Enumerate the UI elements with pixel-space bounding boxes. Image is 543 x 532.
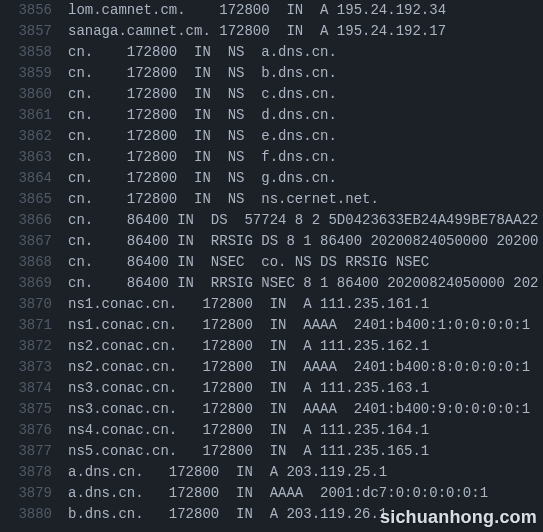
code-line: 3865cn. 172800 IN NS ns.cernet.net. [0, 189, 543, 210]
code-line: 3863cn. 172800 IN NS f.dns.cn. [0, 147, 543, 168]
code-line: 3862cn. 172800 IN NS e.dns.cn. [0, 126, 543, 147]
line-number: 3877 [0, 441, 68, 462]
line-number: 3875 [0, 399, 68, 420]
line-number: 3879 [0, 483, 68, 504]
code-line: 3858cn. 172800 IN NS a.dns.cn. [0, 42, 543, 63]
code-line: 3864cn. 172800 IN NS g.dns.cn. [0, 168, 543, 189]
line-number: 3870 [0, 294, 68, 315]
line-number: 3869 [0, 273, 68, 294]
code-line: 3870ns1.conac.cn. 172800 IN A 111.235.16… [0, 294, 543, 315]
code-line: 3866cn. 86400 IN DS 57724 8 2 5D0423633E… [0, 210, 543, 231]
code-line: 3867cn. 86400 IN RRSIG DS 8 1 86400 2020… [0, 231, 543, 252]
line-content: cn. 172800 IN NS c.dns.cn. [68, 84, 337, 105]
code-line: 3878a.dns.cn. 172800 IN A 203.119.25.1 [0, 462, 543, 483]
line-number: 3860 [0, 84, 68, 105]
line-number: 3856 [0, 0, 68, 21]
line-number: 3859 [0, 63, 68, 84]
line-number: 3857 [0, 21, 68, 42]
line-number: 3865 [0, 189, 68, 210]
line-number: 3872 [0, 336, 68, 357]
line-number: 3863 [0, 147, 68, 168]
line-number: 3867 [0, 231, 68, 252]
line-content: ns1.conac.cn. 172800 IN A 111.235.161.1 [68, 294, 429, 315]
line-content: lom.camnet.cm. 172800 IN A 195.24.192.34 [68, 0, 446, 21]
line-content: cn. 172800 IN NS ns.cernet.net. [68, 189, 379, 210]
line-number: 3858 [0, 42, 68, 63]
line-content: ns3.conac.cn. 172800 IN A 111.235.163.1 [68, 378, 429, 399]
code-line: 3872ns2.conac.cn. 172800 IN A 111.235.16… [0, 336, 543, 357]
line-content: ns2.conac.cn. 172800 IN AAAA 2401:b400:8… [68, 357, 530, 378]
line-content: b.dns.cn. 172800 IN A 203.119.26.1 [68, 504, 387, 525]
line-number: 3862 [0, 126, 68, 147]
line-number: 3874 [0, 378, 68, 399]
line-content: a.dns.cn. 172800 IN AAAA 2001:dc7:0:0:0:… [68, 483, 488, 504]
watermark: sichuanhong.com [380, 507, 537, 528]
code-line: 3879a.dns.cn. 172800 IN AAAA 2001:dc7:0:… [0, 483, 543, 504]
line-number: 3861 [0, 105, 68, 126]
line-content: ns3.conac.cn. 172800 IN AAAA 2401:b400:9… [68, 399, 530, 420]
line-content: cn. 172800 IN NS f.dns.cn. [68, 147, 337, 168]
code-line: 3856lom.camnet.cm. 172800 IN A 195.24.19… [0, 0, 543, 21]
line-number: 3868 [0, 252, 68, 273]
line-content: ns2.conac.cn. 172800 IN A 111.235.162.1 [68, 336, 429, 357]
line-content: cn. 172800 IN NS a.dns.cn. [68, 42, 337, 63]
line-number: 3864 [0, 168, 68, 189]
line-content: cn. 86400 IN DS 57724 8 2 5D0423633EB24A… [68, 210, 538, 231]
line-content: ns1.conac.cn. 172800 IN AAAA 2401:b400:1… [68, 315, 530, 336]
code-line: 3861cn. 172800 IN NS d.dns.cn. [0, 105, 543, 126]
code-line: 3857sanaga.camnet.cm. 172800 IN A 195.24… [0, 21, 543, 42]
line-content: cn. 86400 IN NSEC co. NS DS RRSIG NSEC [68, 252, 429, 273]
code-line: 3871ns1.conac.cn. 172800 IN AAAA 2401:b4… [0, 315, 543, 336]
code-line: 3873ns2.conac.cn. 172800 IN AAAA 2401:b4… [0, 357, 543, 378]
line-content: cn. 172800 IN NS b.dns.cn. [68, 63, 337, 84]
line-content: cn. 172800 IN NS e.dns.cn. [68, 126, 337, 147]
line-number: 3878 [0, 462, 68, 483]
line-content: cn. 172800 IN NS d.dns.cn. [68, 105, 337, 126]
code-line: 3868cn. 86400 IN NSEC co. NS DS RRSIG NS… [0, 252, 543, 273]
code-line: 3876ns4.conac.cn. 172800 IN A 111.235.16… [0, 420, 543, 441]
line-content: cn. 86400 IN RRSIG DS 8 1 86400 20200824… [68, 231, 538, 252]
code-line: 3860cn. 172800 IN NS c.dns.cn. [0, 84, 543, 105]
line-content: cn. 172800 IN NS g.dns.cn. [68, 168, 337, 189]
code-block: 3856lom.camnet.cm. 172800 IN A 195.24.19… [0, 0, 543, 525]
code-line: 3875ns3.conac.cn. 172800 IN AAAA 2401:b4… [0, 399, 543, 420]
code-line: 3877ns5.conac.cn. 172800 IN A 111.235.16… [0, 441, 543, 462]
line-content: ns4.conac.cn. 172800 IN A 111.235.164.1 [68, 420, 429, 441]
line-content: sanaga.camnet.cm. 172800 IN A 195.24.192… [68, 21, 446, 42]
code-line: 3874ns3.conac.cn. 172800 IN A 111.235.16… [0, 378, 543, 399]
line-number: 3876 [0, 420, 68, 441]
line-content: cn. 86400 IN RRSIG NSEC 8 1 86400 202008… [68, 273, 538, 294]
line-number: 3871 [0, 315, 68, 336]
line-number: 3880 [0, 504, 68, 525]
line-content: ns5.conac.cn. 172800 IN A 111.235.165.1 [68, 441, 429, 462]
line-number: 3873 [0, 357, 68, 378]
code-line: 3859cn. 172800 IN NS b.dns.cn. [0, 63, 543, 84]
line-content: a.dns.cn. 172800 IN A 203.119.25.1 [68, 462, 387, 483]
code-line: 3869cn. 86400 IN RRSIG NSEC 8 1 86400 20… [0, 273, 543, 294]
line-number: 3866 [0, 210, 68, 231]
